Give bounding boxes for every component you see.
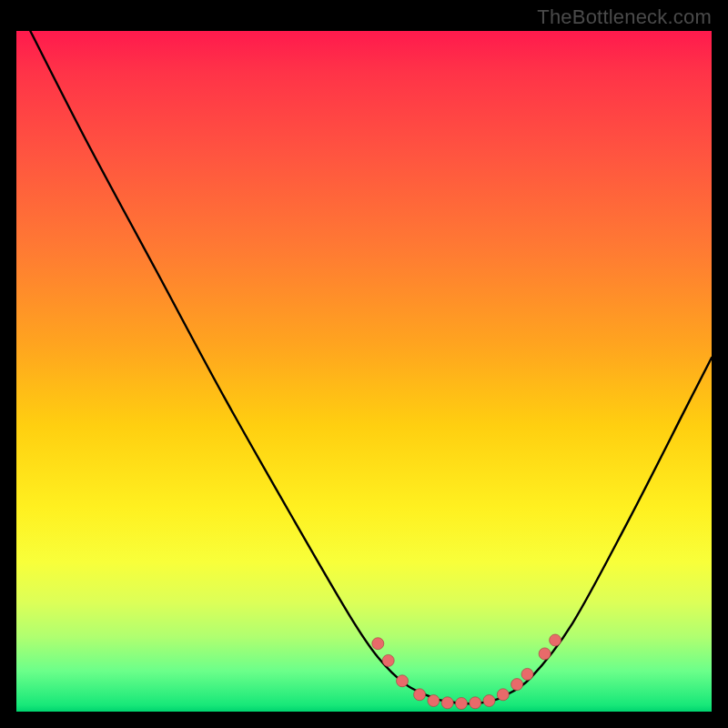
bottleneck-curve [30, 31, 712, 703]
curve-marker-dot [470, 697, 481, 709]
curve-marker-dot [397, 675, 409, 687]
watermark-text: TheBottleneck.com [537, 5, 712, 29]
curve-marker-dot [550, 634, 561, 646]
curve-marker-dot [497, 689, 509, 701]
curve-marker-dot [539, 648, 551, 660]
chart-svg [16, 31, 712, 712]
curve-markers [372, 634, 561, 710]
curve-marker-dot [414, 689, 426, 701]
curve-marker-dot [382, 654, 394, 666]
curve-marker-dot [441, 697, 453, 709]
curve-marker-dot [372, 638, 384, 650]
curve-marker-dot [456, 698, 468, 710]
curve-marker-dot [428, 695, 440, 707]
curve-marker-dot [483, 695, 495, 707]
curve-marker-dot [521, 668, 533, 680]
curve-marker-dot [511, 679, 523, 691]
plot-frame [16, 31, 712, 712]
